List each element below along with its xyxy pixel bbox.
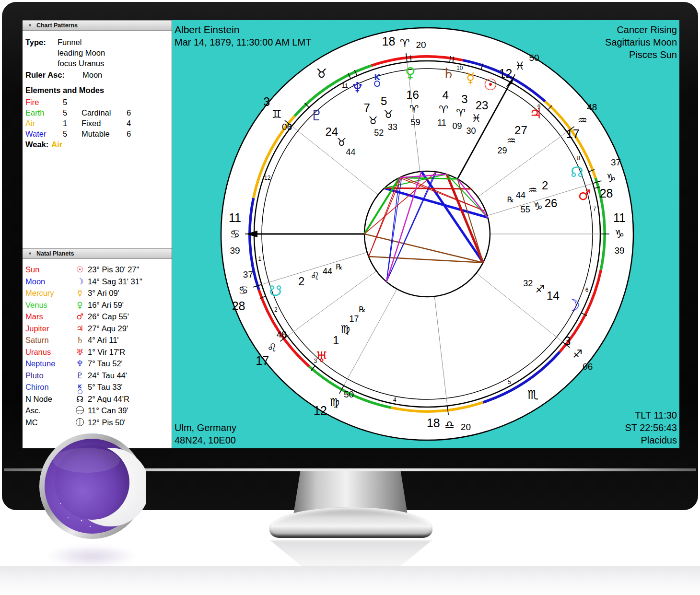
svg-text:59: 59 <box>411 117 420 127</box>
svg-text:44: 44 <box>346 147 355 157</box>
planet-glyph-icon: ♄ <box>72 334 88 346</box>
svg-text:℞: ℞ <box>336 262 342 271</box>
planet-glyph-icon: ♃ <box>72 323 88 335</box>
natal-planet-row: Moon ☽ 14° Sag 31' 31" <box>25 276 170 288</box>
natal-planet-row: Saturn ♄ 4° Ari 11' <box>25 334 170 346</box>
natal-planet-row: Neptune ♆ 7° Tau 52' <box>25 358 170 370</box>
midheaven-icon <box>76 418 84 426</box>
svg-text:55: 55 <box>521 205 530 214</box>
svg-text:20: 20 <box>461 422 471 432</box>
svg-text:♉: ♉ <box>316 66 327 81</box>
natal-planet-row: MC 12° Pis 50' <box>25 417 170 429</box>
element-count: 1 <box>63 118 82 128</box>
collapse-triangle-icon[interactable]: ▼ <box>28 23 32 28</box>
svg-text:3: 3 <box>263 95 270 108</box>
type-line: Funnel <box>58 37 105 47</box>
svg-text:17: 17 <box>256 354 269 367</box>
svg-text:♆: ♆ <box>351 79 364 96</box>
planet-name: Venus <box>25 299 72 311</box>
sidereal-time: ST 22:56:43 <box>625 421 677 434</box>
planet-glyph-icon: ♆ <box>72 358 88 370</box>
svg-text:♑: ♑ <box>533 200 543 212</box>
moon-sign: Sagittarius Moon <box>605 36 677 48</box>
svg-text:5: 5 <box>508 379 511 385</box>
planet-glyph-icon <box>72 417 88 429</box>
type-label: Type: <box>25 37 58 69</box>
planet-name: Asc. <box>25 405 72 417</box>
chart-patterns-header[interactable]: ▼ Chart Patterns <box>23 20 172 31</box>
svg-text:♋: ♋ <box>238 284 248 296</box>
planet-position: 5° Tau 33' <box>88 381 123 393</box>
app-screen: ▼ Chart Patterns Type: Funnelleading Moo… <box>23 20 679 448</box>
collapse-triangle-icon[interactable]: ▼ <box>28 251 32 256</box>
logo-reflection <box>46 545 137 568</box>
svg-text:28: 28 <box>232 299 245 313</box>
mode-name: Mutable <box>82 128 127 139</box>
type-value: Funnelleading Moonfocus Uranus <box>58 37 105 69</box>
svg-text:♇: ♇ <box>310 107 323 124</box>
element-mode-row: Air 1 Fixed 4 <box>25 118 169 128</box>
svg-text:20: 20 <box>416 40 426 50</box>
type-line: leading Moon <box>58 47 105 58</box>
planet-name: Chiron <box>25 381 72 393</box>
svg-text:♒: ♒ <box>506 135 516 147</box>
svg-text:♅: ♅ <box>315 349 328 365</box>
svg-text:52: 52 <box>374 128 384 138</box>
svg-text:♏: ♏ <box>527 387 538 402</box>
element-mode-row: Fire 5 <box>25 97 169 107</box>
sun-sign: Pisces Sun <box>605 48 677 61</box>
svg-text:2: 2 <box>542 179 548 192</box>
element-mode-row: Water 5 Mutable 6 <box>25 128 169 139</box>
planet-position: 2° Aqu 44'R <box>88 393 129 405</box>
svg-text:12: 12 <box>264 175 271 181</box>
chart-summary-block: Cancer Rising Sagittarius Moon Pisces Su… <box>605 23 677 61</box>
elements-modes-heading: Elements and Modes <box>25 85 169 95</box>
natal-planets-title: Natal Planets <box>36 250 74 257</box>
natal-planets-header[interactable]: ▼ Natal Planets <box>23 248 172 259</box>
planet-name: Jupiter <box>25 323 72 335</box>
svg-text:♈: ♈ <box>439 104 448 116</box>
svg-text:44: 44 <box>516 190 525 200</box>
planet-position: 4° Ari 11' <box>88 334 118 346</box>
planet-position: 11° Can 39' <box>88 405 128 417</box>
svg-text:2: 2 <box>298 275 304 288</box>
svg-text:♈: ♈ <box>400 37 410 49</box>
planet-name: Pluto <box>25 370 72 382</box>
planet-position: 12° Pis 50' <box>88 417 126 429</box>
svg-text:♑: ♑ <box>615 228 625 240</box>
svg-text:11: 11 <box>437 118 446 128</box>
natal-planets-panel: Sun ☉ 23° Pis 30' 27" Moon ☽ 14° Sag 31'… <box>23 259 172 448</box>
elements-modes-table: Fire 5 Earth 5 Cardinal 6 Air 1 Fixed 4 … <box>25 97 169 139</box>
chart-datetime: Mar 14, 1879, 11:30:00 AM LMT <box>175 36 311 48</box>
svg-text:11: 11 <box>342 82 348 89</box>
svg-text:11: 11 <box>229 211 241 224</box>
planet-position: 16° Ari 59' <box>88 299 124 311</box>
svg-text:☽: ☽ <box>566 296 580 315</box>
mode-name: Cardinal <box>82 107 127 118</box>
svg-text:23: 23 <box>476 99 489 112</box>
svg-text:12: 12 <box>499 67 513 80</box>
svg-text:7: 7 <box>364 101 370 114</box>
svg-text:44: 44 <box>323 267 332 276</box>
planet-position: 26° Cap 55' <box>88 311 129 323</box>
svg-text:50: 50 <box>344 389 354 399</box>
planet-name: MC <box>25 417 72 429</box>
planet-name: Mercury <box>25 287 72 299</box>
svg-text:11: 11 <box>613 211 626 224</box>
svg-text:♐: ♐ <box>572 348 583 360</box>
svg-text:3: 3 <box>564 334 571 348</box>
svg-text:12: 12 <box>314 404 327 417</box>
svg-text:7: 7 <box>593 206 596 212</box>
mode-name <box>82 97 127 107</box>
chart-area: 111♋39228♋37317♌48412♍50518♎2063♐06711♑3… <box>172 20 679 448</box>
svg-text:☊: ☊ <box>571 163 583 180</box>
planet-glyph-icon: K <box>72 380 88 394</box>
planet-glyph-icon <box>72 405 88 417</box>
svg-text:☉: ☉ <box>483 75 498 94</box>
svg-text:27: 27 <box>514 124 527 137</box>
sidebar: ▼ Chart Patterns Type: Funnelleading Moo… <box>23 20 172 448</box>
chart-name: Albert Einstein <box>175 23 311 36</box>
planet-position: 1° Vir 17'R <box>88 346 125 358</box>
svg-text:48: 48 <box>587 102 597 112</box>
ruler-asc-value: Moon <box>82 70 102 80</box>
